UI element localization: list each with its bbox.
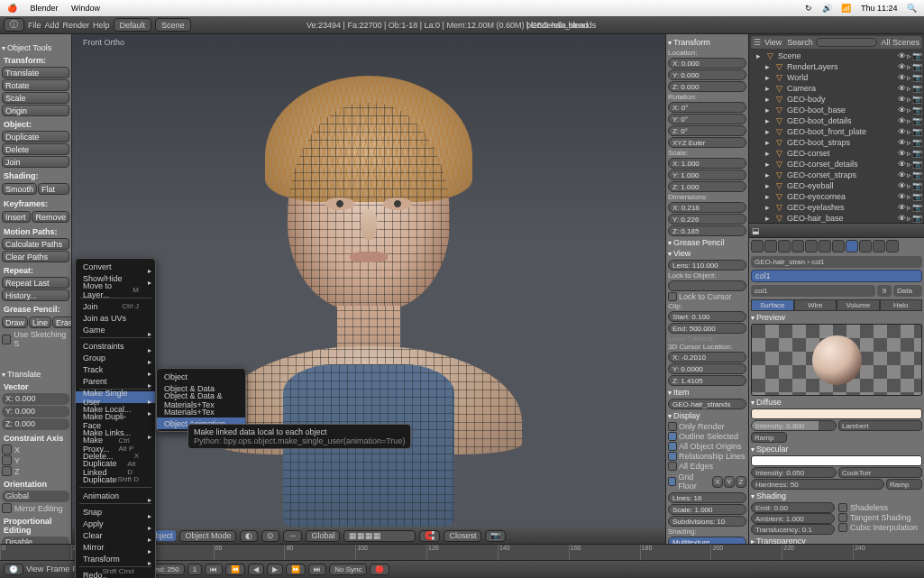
tab-modifiers[interactable] [819,240,831,252]
renderable-icon[interactable]: 📷 [912,106,922,115]
visibility-icon[interactable]: 👁 [898,149,906,158]
specular-shader-dropdown[interactable]: CookTorr [838,467,922,478]
shading-panel-header[interactable]: Shading [751,491,922,500]
scale-x-field[interactable]: X: 1.000 [668,158,746,169]
material-link-dropdown[interactable]: Data [893,285,922,297]
gp-line-button[interactable]: Line [29,317,51,328]
mirror-editing-check[interactable]: Mirror Editing [2,503,69,513]
cursor-z-field[interactable]: Z: 1.4105 [668,375,746,386]
visibility-icon[interactable]: 👁 [898,95,906,104]
tab-world[interactable] [778,240,791,252]
object-tools-panel[interactable]: Object Tools [2,43,69,52]
diffuse-intensity-slider[interactable]: Intensity: 0.800 [751,420,837,431]
lens-field[interactable]: Lens: 110.000 [668,260,746,271]
cursor-x-field[interactable]: X: -0.2010 [668,352,746,362]
tab-texture[interactable] [859,240,872,252]
3d-viewport[interactable]: Front Ortho ▦ View Select Object Object … [72,34,665,544]
datablock-breadcrumb[interactable]: GEO-hair_stran › col1 [751,256,922,268]
constraint-x-check[interactable]: X [2,445,69,454]
display-panel-header[interactable]: Display [668,411,746,420]
translate-operator-panel[interactable]: Translate [2,370,69,379]
renderable-icon[interactable]: 📷 [912,116,922,125]
menu-item[interactable]: Object [157,371,245,382]
visibility-icon[interactable]: 👁 [898,181,906,190]
all-origins-check[interactable]: All Object Origins [668,442,746,451]
outliner-expand-icon[interactable]: ▸ [765,203,774,212]
outliner-item[interactable]: ▸▽GEO-eyelashes👁▹📷 [751,202,922,213]
outliner-expand-icon[interactable]: ▸ [765,170,774,179]
scale-y-field[interactable]: Y: 1.000 [668,170,746,180]
editor-type-icon[interactable]: ⓘ [4,18,24,32]
renderable-icon[interactable]: 📷 [912,73,922,82]
manipulator-toggle[interactable]: ↔ [283,530,302,542]
grid-scale-field[interactable]: Scale: 1.000 [668,504,746,515]
mode-dropdown[interactable]: Object Mode [179,530,236,542]
tl-jump-end-button[interactable]: ⏭ [308,564,326,575]
menu-item[interactable]: Parent [76,375,155,387]
tl-autokey-toggle[interactable]: 🔴 [370,564,389,575]
selectable-icon[interactable]: ▹ [907,181,911,190]
scale-z-field[interactable]: Z: 1.000 [668,181,746,192]
outliner-editor-icon[interactable]: ☰ [754,38,761,47]
mac-sync-icon[interactable]: ↻ [805,4,812,13]
diffuse-shader-dropdown[interactable]: Lambert [838,420,922,431]
grid-x-toggle[interactable]: X [712,476,723,488]
mac-wifi-icon[interactable]: 📶 [841,4,851,13]
outliner-expand-icon[interactable]: ▸ [765,160,774,169]
history-button[interactable]: History... [2,289,69,301]
constraint-z-check[interactable]: Z [2,466,69,476]
selectable-icon[interactable]: ▹ [907,138,911,147]
material-slot-name[interactable]: col1 [751,270,922,282]
greasepencil-panel-header[interactable]: Grease Pencil [668,238,746,247]
transform-panel-header[interactable]: Transform [668,38,746,47]
dim-x-field[interactable]: X: 0.218 [668,202,746,213]
outliner-item[interactable]: ▸▽Camera👁▹📷 [751,83,922,94]
menu-item[interactable]: JoinCtrl J [76,300,155,312]
visibility-icon[interactable]: 👁 [898,192,906,201]
renderable-icon[interactable]: 📷 [912,127,922,136]
outliner-item[interactable]: ▸▽GEO-boot_base👁▹📷 [751,105,922,115]
visibility-icon[interactable]: 👁 [898,203,906,212]
origin-button[interactable]: Origin [2,105,69,116]
outliner-expand-icon[interactable]: ▸ [765,214,774,223]
specular-intensity-slider[interactable]: Intensity: 0.050 [751,467,837,478]
outliner-expand-icon[interactable]: ▸ [765,138,774,147]
tl-jump-start-button[interactable]: ⏮ [205,564,223,575]
selectable-icon[interactable]: ▹ [907,203,911,212]
lock-object-field[interactable] [668,280,746,291]
snap-toggle[interactable]: 🧲 [419,530,440,542]
selectable-icon[interactable]: ▹ [907,170,911,179]
gp-draw-button[interactable]: Draw [2,317,28,328]
grid-subdiv-field[interactable]: Subdivisions: 10 [668,516,746,527]
outliner-view-menu[interactable]: View [764,38,782,47]
menu-item[interactable]: Apply [76,518,155,529]
menu-item[interactable]: Make Proxy...Ctrl Alt P [76,438,155,450]
type-wire[interactable]: Wire [794,299,837,311]
menu-item[interactable]: RedoShift Cmd Z [76,569,155,578]
outliner-item[interactable]: ▸▽Scene👁▹📷 [751,50,922,61]
visibility-icon[interactable]: 👁 [898,84,906,93]
selectable-icon[interactable]: ▹ [907,127,911,136]
selectable-icon[interactable]: ▹ [907,214,911,223]
renderable-icon[interactable]: 📷 [912,138,922,147]
proportional-disable-dropdown[interactable]: Disable [2,537,69,544]
selectable-icon[interactable]: ▹ [907,116,911,125]
vector-y-field[interactable]: Y: 0.000 [2,406,69,417]
menu-item[interactable]: Constraints [76,340,155,352]
mac-app-name[interactable]: Blender [31,4,59,13]
mac-spotlight-icon[interactable]: 🔍 [907,4,917,13]
menu-item[interactable]: Track [76,363,155,375]
menu-item[interactable]: Transform [76,553,155,564]
type-halo[interactable]: Halo [880,299,923,311]
grid-lines-field[interactable]: Lines: 16 [668,492,746,503]
specular-panel-header[interactable]: Specular [751,445,922,454]
selectable-icon[interactable]: ▹ [907,51,911,60]
renderable-icon[interactable]: 📷 [912,160,922,169]
menu-item[interactable]: DuplicateShift D [76,473,155,485]
selectable-icon[interactable]: ▹ [907,192,911,201]
cursor-y-field[interactable]: Y: 0.0000 [668,363,746,374]
material-name-field[interactable]: col1 [751,285,875,297]
pivot-dropdown[interactable]: ⊙ [261,530,279,542]
menu-add[interactable]: Add [45,21,59,30]
menu-item[interactable]: Mirror [76,541,155,553]
